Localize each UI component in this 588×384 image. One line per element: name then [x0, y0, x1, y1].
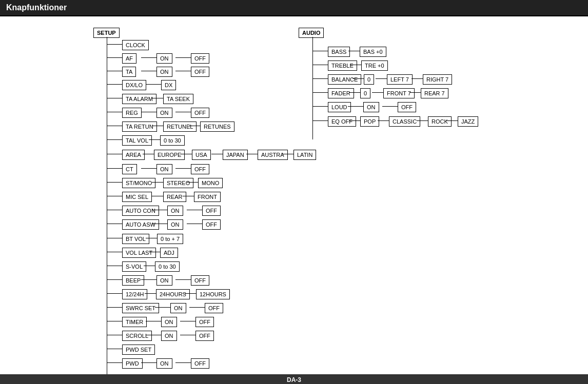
mono-node: MONO — [198, 178, 223, 188]
ta-node: TA — [122, 67, 136, 77]
mic-sel-node: MIC SEL — [122, 192, 152, 202]
scroll-node: SCROLL — [122, 331, 152, 341]
dxlo-node: DX/LO — [122, 80, 146, 90]
beep-node: BEEP — [122, 275, 144, 286]
st-mono-node: ST/MONO — [122, 178, 155, 188]
retunes-node: RETUNES — [200, 122, 234, 132]
pop-node: POP — [360, 116, 379, 127]
balance-val-node: 0 — [364, 74, 374, 85]
ta-seek-node: TA SEEK — [163, 94, 193, 104]
ct-off-node: OFF — [191, 164, 209, 174]
reg-on-node: ON — [156, 108, 172, 118]
europe-node: EUROPE — [154, 150, 185, 160]
s-vol-val-node: 0 to 30 — [155, 261, 180, 272]
auto-con-on-node: ON — [167, 206, 183, 216]
audio-node: AUDIO — [299, 28, 324, 38]
balance-node: BALANCE — [328, 74, 361, 85]
area-node: AREA — [122, 150, 145, 160]
af-on-node: ON — [156, 53, 172, 64]
stereo-node: STEREO — [163, 178, 193, 188]
ta-retun-node: TA RETUN — [122, 122, 157, 132]
right7-node: RIGHT 7 — [423, 74, 452, 85]
rock-node: ROCK — [428, 116, 452, 127]
auto-con-node: AUTO CON — [122, 206, 159, 216]
main-content: SETUP AUDIO CLOCK AF ON OFF TA ON OFF DX… — [0, 16, 588, 384]
swrc-on-node: ON — [170, 303, 186, 313]
ct-on-node: ON — [156, 164, 172, 174]
auto-asw-on-node: ON — [167, 219, 183, 230]
tal-vol-val-node: 0 to 30 — [160, 135, 185, 146]
bas-plus0-node: BAS +0 — [360, 47, 386, 57]
bt-vol-val-node: 0 to + 7 — [157, 234, 183, 244]
ct-node: CT — [122, 164, 137, 174]
japan-node: JAPAN — [223, 150, 248, 160]
loud-off-node: OFF — [398, 102, 416, 112]
dx-node: DX — [161, 80, 176, 90]
reg-node: REG — [122, 108, 142, 118]
fader-val-node: 0 — [360, 88, 370, 98]
auto-con-off-node: OFF — [202, 206, 221, 216]
af-off-node: OFF — [191, 53, 209, 64]
pwd-node: PWD — [122, 358, 143, 369]
jazz-node: JAZZ — [458, 116, 478, 127]
classic-node: CLASSIC — [389, 116, 420, 127]
auto-asw-off-node: OFF — [202, 219, 221, 230]
pwd-on-node: ON — [156, 358, 172, 369]
loud-on-node: ON — [363, 102, 379, 112]
left7-node: LEFT 7 — [387, 74, 413, 85]
ta-off-node: OFF — [191, 67, 209, 77]
auto-asw-node: AUTO ASW — [122, 219, 159, 230]
rear7-node: REAR 7 — [421, 88, 448, 98]
tre-plus0-node: TRE +0 — [361, 60, 388, 71]
h1224-node: 12/24H — [122, 289, 147, 299]
s-vol-node: S-VOL — [122, 261, 146, 272]
rear-node: REAR — [163, 192, 186, 202]
page-title: Knapfunktioner — [0, 0, 588, 16]
bt-vol-node: BT VOL — [122, 234, 149, 244]
ta-on-node: ON — [156, 67, 172, 77]
treble-node: TREBLE — [328, 60, 357, 71]
timer-on-node: ON — [161, 317, 177, 327]
clock-node: CLOCK — [122, 40, 149, 50]
retunel-node: RETUNEL — [163, 122, 197, 132]
vol-last-node: VOL LAST — [122, 248, 156, 258]
loud-node: LOUD — [328, 102, 351, 112]
ta-alarm-node: TA ALARM — [122, 94, 156, 104]
fader-node: FADER — [328, 88, 354, 98]
timer-node: TIMER — [122, 317, 147, 327]
austra-node: AUSTRA — [258, 150, 288, 160]
front-node: FRONT — [194, 192, 221, 202]
setup-node: SETUP — [93, 28, 120, 38]
beep-off-node: OFF — [191, 275, 209, 286]
af-node: AF — [122, 53, 136, 64]
h24hours-node: 24HOURS — [156, 289, 190, 299]
front7-node: FRONT 7 — [383, 88, 415, 98]
pwd-off-node: OFF — [191, 358, 209, 369]
swrc-set-node: SWRC SET — [122, 303, 159, 313]
beep-on-node: ON — [156, 275, 172, 286]
h12hours-node: 12HOURS — [196, 289, 230, 299]
adj-node: ADJ — [160, 248, 178, 258]
latin-node: LATIN — [293, 150, 316, 160]
timer-off-node: OFF — [195, 317, 214, 327]
eq-off-node: EQ OFF — [328, 116, 356, 127]
bass-node: BASS — [328, 47, 350, 57]
tal-vol-node: TAL VOL — [122, 135, 152, 146]
pwd-set-node: PWD SET — [122, 345, 155, 355]
scroll-on-node: ON — [161, 331, 177, 341]
scroll-off-node: OFF — [195, 331, 214, 341]
reg-off-node: OFF — [191, 108, 209, 118]
page-footer: DA-3 — [0, 374, 588, 384]
diagram: SETUP AUDIO CLOCK AF ON OFF TA ON OFF DX… — [6, 23, 571, 381]
swrc-off-node: OFF — [205, 303, 223, 313]
usa-node: USA — [192, 150, 211, 160]
